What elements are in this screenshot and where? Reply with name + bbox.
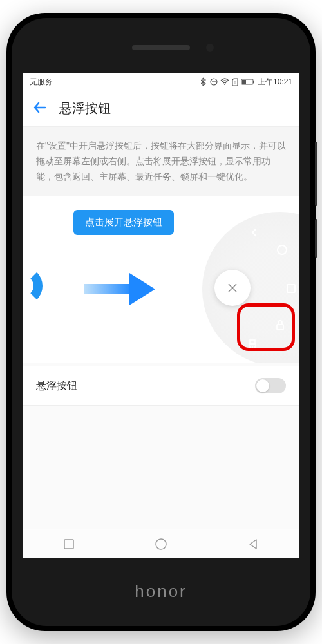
svg-rect-11 (250, 340, 255, 344)
brand-logo: honor (135, 582, 187, 601)
do-not-disturb-icon (210, 78, 218, 86)
description-text: 在"设置"中开启悬浮按钮后，按钮将在大部分界面显示，并可以拖动至屏幕左侧或右侧。… (23, 127, 299, 196)
volume-button (315, 142, 317, 206)
time-label: 上午10:21 (258, 77, 292, 88)
wifi-icon (220, 78, 229, 86)
setting-label: 悬浮按钮 (36, 379, 77, 393)
home-circle-icon (273, 241, 291, 259)
sim-icon: ! (232, 78, 238, 86)
tooltip-label: 点击展开悬浮按钮 (73, 210, 174, 235)
toggle-knob (256, 379, 269, 392)
app-header: 悬浮按钮 (23, 91, 299, 127)
cleanup-brush-icon (243, 336, 261, 354)
screen: 无服务 ! (23, 73, 299, 558)
battery-icon (241, 78, 255, 86)
bluetooth-icon (201, 77, 207, 86)
nav-recent-button[interactable] (50, 531, 88, 557)
page-title: 悬浮按钮 (59, 100, 111, 117)
svg-rect-9 (287, 285, 295, 292)
status-bar: 无服务 ! (23, 73, 299, 91)
svg-rect-12 (64, 540, 73, 549)
floating-button-toggle[interactable] (255, 378, 286, 393)
back-button[interactable] (32, 100, 48, 118)
expanded-dock (170, 205, 299, 354)
phone-frame: 无服务 ! (6, 13, 316, 631)
nav-back-button[interactable] (234, 531, 272, 557)
svg-rect-10 (277, 325, 283, 330)
collapsed-dock-icon (23, 267, 43, 305)
nav-home-button[interactable] (142, 531, 180, 557)
carrier-label: 无服务 (30, 77, 53, 88)
svg-text:!: ! (234, 80, 236, 84)
arrow-icon (84, 273, 155, 308)
floating-button-setting-row: 悬浮按钮 (23, 366, 299, 406)
recent-square-icon (282, 279, 299, 298)
svg-point-8 (278, 245, 287, 254)
back-nav-icon (245, 223, 263, 242)
phone-bezel: 无服务 ! (12, 18, 310, 626)
speaker-grille (132, 45, 190, 50)
lock-icon (271, 316, 289, 334)
illustration-panel: 点击展开悬浮按钮 (23, 196, 299, 363)
navigation-bar (23, 529, 299, 558)
power-button (315, 219, 317, 258)
svg-point-13 (156, 539, 166, 549)
svg-rect-6 (242, 80, 246, 84)
front-camera (206, 44, 214, 52)
svg-rect-5 (253, 80, 254, 83)
close-center-button (214, 270, 251, 306)
svg-point-2 (224, 84, 225, 85)
svg-rect-7 (84, 284, 133, 294)
